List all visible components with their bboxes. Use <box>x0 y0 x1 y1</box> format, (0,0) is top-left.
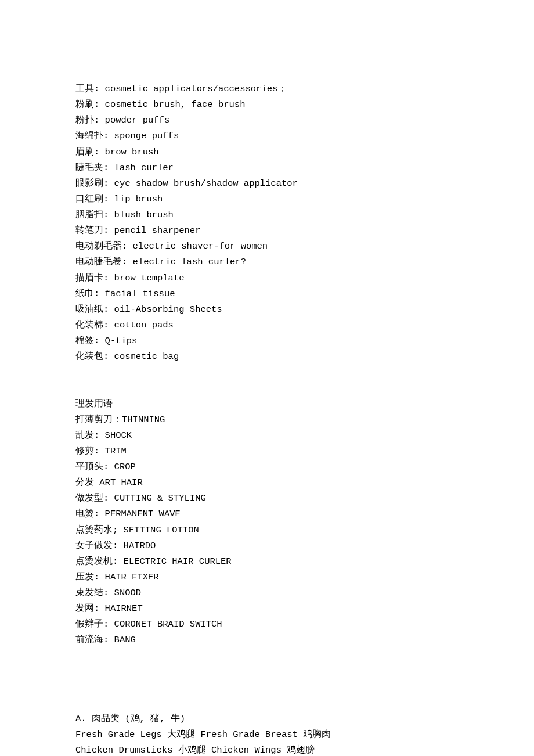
text-line: 点烫发机: ELECTRIC HAIR CURLER <box>75 554 459 570</box>
text-line: 海绵扑: sponge puffs <box>75 128 459 144</box>
text-line: 理发用语 <box>75 397 459 412</box>
text-line: 乱发: SHOCK <box>75 428 459 444</box>
text-line: Chicken Drumsticks 小鸡腿 Chicken Wings 鸡翅膀 <box>75 743 459 756</box>
text-line: 化装棉: cotton pads <box>75 318 459 333</box>
text-line: 发网: HAIRNET <box>75 601 459 617</box>
text-line: 口红刷: lip brush <box>75 192 459 207</box>
blank-line <box>75 380 459 396</box>
text-line: 眼影刷: eye shadow brush/shadow applicator <box>75 176 459 192</box>
text-line: 转笔刀: pencil sharpener <box>75 223 459 239</box>
text-line: 打薄剪刀：THINNING <box>75 412 459 428</box>
blank-line <box>75 649 459 664</box>
text-line: 化装包: cosmetic bag <box>75 349 459 365</box>
blank-line <box>75 680 459 696</box>
text-line: 纸巾: facial tissue <box>75 286 459 302</box>
document-page: 工具: cosmetic applicators/accessories； 粉刷… <box>0 0 534 756</box>
text-line: 睫毛夹: lash curler <box>75 160 459 176</box>
text-line: 粉刷: cosmetic brush, face brush <box>75 97 459 113</box>
text-line: 胭脂扫: blush brush <box>75 207 459 223</box>
blank-line <box>75 365 459 380</box>
text-line: 棉签: Q-tips <box>75 333 459 349</box>
text-line: 工具: cosmetic applicators/accessories； <box>75 81 459 97</box>
text-line: 平顶头: CROP <box>75 459 459 475</box>
text-line: 电动剃毛器: electric shaver-for women <box>75 239 459 254</box>
text-line: 修剪: TRIM <box>75 444 459 459</box>
text-line: 女子做发: HAIRDO <box>75 538 459 554</box>
text-line: 假辫子: CORONET BRAID SWITCH <box>75 617 459 632</box>
blank-line <box>75 696 459 711</box>
text-line: 电烫: PERMANENT WAVE <box>75 506 459 522</box>
text-line: 前流海: BANG <box>75 632 459 648</box>
text-line: 粉扑: powder puffs <box>75 113 459 128</box>
section-hairdressing: 理发用语 打薄剪刀：THINNING 乱发: SHOCK 修剪: TRIM 平顶… <box>75 397 459 649</box>
text-line: 做发型: CUTTING & STYLING <box>75 491 459 506</box>
text-line: 吸油纸: oil-Absorbing Sheets <box>75 302 459 318</box>
section-meat: A. 肉品类 (鸡, 猪, 牛) Fresh Grade Legs 大鸡腿 Fr… <box>75 711 459 756</box>
text-line: 描眉卡: brow template <box>75 271 459 286</box>
text-line: 电动睫毛卷: electric lash curler? <box>75 254 459 270</box>
text-line: 分发 ART HAIR <box>75 475 459 491</box>
section-tools: 工具: cosmetic applicators/accessories； 粉刷… <box>75 81 459 365</box>
text-line: A. 肉品类 (鸡, 猪, 牛) <box>75 711 459 727</box>
text-line: 点烫药水; SETTING LOTION <box>75 523 459 538</box>
text-line: 压发: HAIR FIXER <box>75 570 459 585</box>
text-line: 眉刷: brow brush <box>75 145 459 160</box>
text-line: Fresh Grade Legs 大鸡腿 Fresh Grade Breast … <box>75 727 459 743</box>
text-line: 束发结: SNOOD <box>75 585 459 601</box>
blank-line <box>75 664 459 680</box>
